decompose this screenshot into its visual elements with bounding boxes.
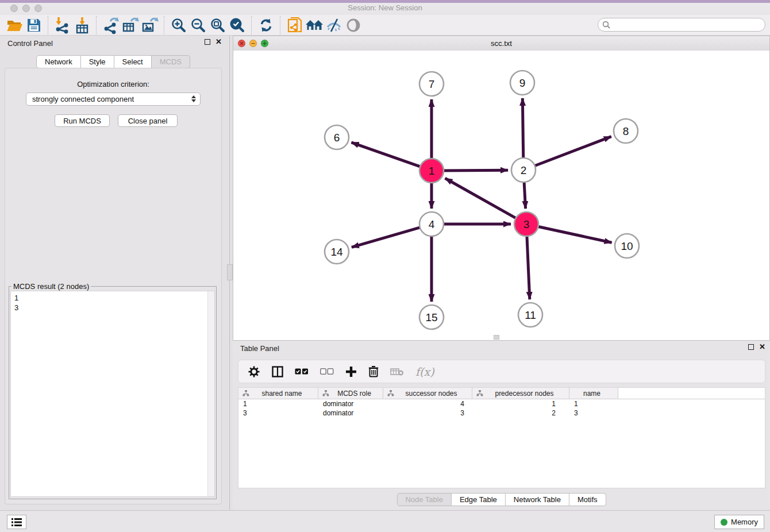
control-panel: Control Panel ✕ NetworkStyleSelectMCDS O… — [0, 36, 226, 510]
column-tree-icon — [242, 390, 249, 396]
tab-style[interactable]: Style — [81, 55, 114, 68]
function-builder-icon-disabled: f(x) — [415, 364, 434, 380]
table-cell: 3 — [569, 408, 618, 418]
network-view-window: × − + scc.txt 7968124314101511 — [233, 36, 770, 341]
mcds-result-textarea[interactable]: 1 3 — [10, 291, 215, 497]
export-image-icon[interactable] — [140, 16, 160, 35]
tab-select[interactable]: Select — [114, 55, 152, 68]
home-layout-icon[interactable] — [305, 16, 324, 35]
close-panel-button[interactable]: Close panel — [118, 114, 178, 127]
edge-1-6[interactable] — [351, 142, 421, 167]
settings-gear-icon[interactable] — [248, 364, 260, 380]
node-label-4: 4 — [429, 218, 435, 230]
task-list-icon — [11, 518, 22, 526]
column-layout-icon[interactable] — [272, 364, 283, 380]
toolbar-separator — [164, 16, 165, 34]
zoom-out-icon[interactable] — [188, 16, 208, 35]
column-tree-icon — [322, 390, 329, 396]
network-graph[interactable]: 7968124314101511 — [233, 51, 769, 340]
column-header-successor-nodes[interactable]: successor nodes — [383, 388, 472, 399]
edge-3-11[interactable] — [527, 235, 530, 299]
window-titlebar: Session: New Session — [0, 0, 770, 16]
float-panel-icon[interactable] — [205, 39, 210, 45]
search-icon — [602, 21, 610, 31]
column-header-name[interactable]: name — [569, 388, 618, 399]
column-header-predecessor-nodes[interactable]: predecessor nodes — [472, 388, 569, 399]
column-tree-icon — [476, 390, 483, 396]
mcds-result-title: MCDS result (2 nodes) — [11, 282, 91, 291]
node-label-8: 8 — [623, 125, 629, 137]
edge-2-9[interactable] — [522, 98, 523, 159]
column-header-shared-name[interactable]: shared name — [238, 388, 318, 399]
network-window-title: scc.txt — [233, 39, 769, 48]
run-mcds-button[interactable]: Run MCDS — [55, 114, 110, 127]
edge-1-2[interactable] — [442, 170, 508, 171]
deselect-all-icon[interactable] — [320, 364, 334, 380]
close-panel-icon[interactable]: ✕ — [215, 39, 222, 45]
clone-network-icon[interactable] — [285, 16, 305, 35]
edge-3-1[interactable] — [445, 178, 517, 218]
optimization-criterion-dropdown[interactable]: strongly connected component — [26, 92, 201, 106]
export-table-icon[interactable] — [121, 16, 140, 35]
node-label-6: 6 — [334, 132, 340, 144]
export-network-icon[interactable] — [101, 16, 121, 35]
hide-panel-eye-icon[interactable] — [324, 16, 344, 35]
mcds-result-group: MCDS result (2 nodes) 1 3 — [9, 282, 217, 499]
task-history-button[interactable] — [7, 515, 26, 529]
refresh-view-icon[interactable] — [256, 16, 276, 35]
edge-4-14[interactable] — [352, 227, 421, 247]
tab-node-table[interactable]: Node Table — [396, 493, 452, 506]
tab-network-table[interactable]: Network Table — [506, 493, 569, 506]
import-table-icon[interactable] — [72, 16, 92, 35]
status-bar: Memory — [0, 510, 770, 532]
add-column-icon[interactable] — [345, 364, 357, 380]
table-row[interactable]: 3dominator323 — [238, 408, 765, 418]
save-session-icon[interactable] — [24, 16, 44, 35]
dropdown-value: strongly connected component — [32, 95, 134, 103]
mcds-result-scrollbar[interactable] — [207, 291, 214, 496]
edge-2-8[interactable] — [534, 137, 611, 167]
open-session-icon[interactable] — [5, 16, 24, 35]
tab-mcds[interactable]: MCDS — [152, 55, 190, 68]
network-window-titlebar: × − + scc.txt — [233, 36, 769, 51]
control-panel-tabs: NetworkStyleSelectMCDS — [36, 55, 190, 68]
node-label-2: 2 — [521, 164, 527, 176]
toolbar-separator — [96, 16, 97, 34]
close-table-panel-icon[interactable]: ✕ — [759, 344, 765, 350]
column-tree-icon — [387, 390, 394, 396]
node-label-3: 3 — [523, 218, 530, 230]
delete-column-icon[interactable] — [368, 364, 379, 380]
table-cell: 1 — [472, 399, 569, 408]
delete-table-icon-disabled — [390, 364, 404, 380]
search-input[interactable] — [598, 18, 765, 32]
tab-motifs[interactable]: Motifs — [569, 493, 606, 506]
zoom-in-icon[interactable] — [169, 16, 188, 35]
tab-edge-table[interactable]: Edge Table — [452, 493, 506, 506]
zoom-selected-icon[interactable] — [228, 16, 247, 35]
memory-button[interactable]: Memory — [714, 515, 764, 529]
edge-3-10[interactable] — [537, 226, 612, 242]
select-all-icon[interactable] — [295, 364, 309, 380]
splitter-grip[interactable] — [227, 264, 233, 280]
column-header-mcds-role[interactable]: MCDS role — [318, 388, 383, 399]
table-cell: 1 — [238, 399, 318, 408]
table-cell: 4 — [383, 399, 472, 408]
memory-label: Memory — [731, 518, 758, 526]
node-label-9: 9 — [519, 77, 526, 89]
float-table-panel-icon[interactable] — [748, 344, 754, 350]
edge-2-3[interactable] — [524, 181, 526, 209]
table-row[interactable]: 1dominator411 — [238, 399, 765, 408]
zoom-fit-icon[interactable] — [208, 16, 228, 35]
canvas-resize-grip[interactable] — [494, 335, 499, 340]
main-toolbar — [0, 15, 770, 36]
application-window: Session: New Session — [0, 0, 770, 532]
tab-network[interactable]: Network — [36, 55, 81, 68]
import-network-icon[interactable] — [53, 16, 72, 35]
node-label-7: 7 — [429, 78, 435, 90]
panel-splitter[interactable] — [226, 36, 233, 510]
node-label-11: 11 — [525, 309, 536, 321]
table-panel: Table Panel ✕ — [233, 341, 770, 510]
show-panel-eye-icon[interactable] — [344, 16, 363, 35]
network-canvas[interactable]: 7968124314101511 — [233, 51, 769, 340]
mcds-panel: Optimization criterion: strongly connect… — [5, 68, 222, 504]
